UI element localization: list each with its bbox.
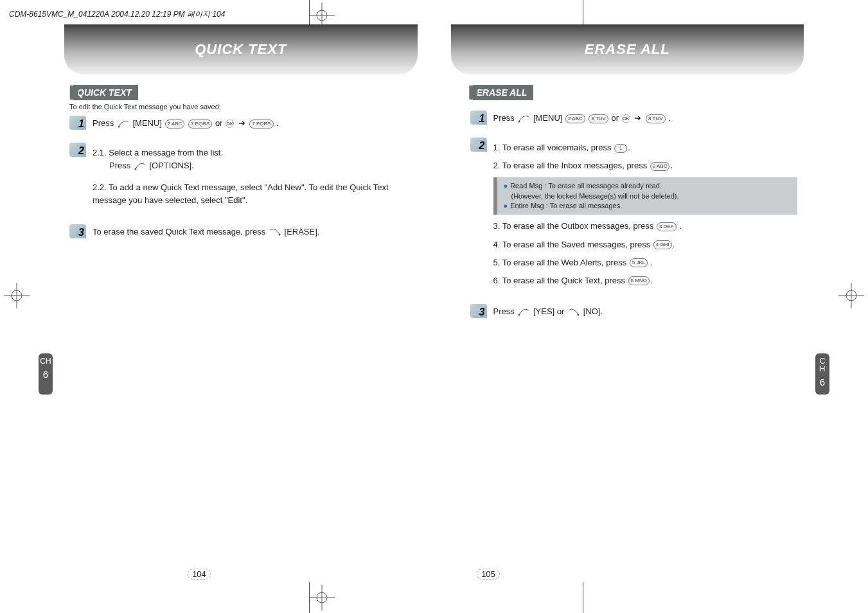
sub-heading-row: QUICK TEXT xyxy=(64,85,138,100)
step2-text: 2.1. Select a message from the list. Pre… xyxy=(93,143,409,213)
soft-key-left-icon xyxy=(517,308,530,317)
svg-point-13 xyxy=(134,168,136,170)
key-4-icon: 4 GHI xyxy=(653,240,672,249)
soft-key-left-icon xyxy=(117,120,130,129)
step-number-icon: 1 xyxy=(470,111,490,126)
key-5-icon: 5 JKL xyxy=(630,258,648,267)
note-box: ●Read Msg : To erase all messages alread… xyxy=(493,177,798,215)
key-7-icon: 7 PQRS xyxy=(249,120,273,129)
intro-text: To edit the Quick Text message you have … xyxy=(69,103,221,111)
soft-key-right-icon xyxy=(567,308,580,317)
step2-text: 1. To erase all voicemails, press 1. 2. … xyxy=(493,138,798,292)
ok-key-icon: OK xyxy=(622,114,630,123)
key-2-icon: 2 ABC xyxy=(650,162,670,171)
step1-text: Press [MENU] 2 ABC 7 PQRS or OK ➔ 7 PQRS… xyxy=(93,116,409,131)
chapter-tab: CH 6 xyxy=(815,353,829,395)
svg-point-16 xyxy=(518,314,520,315)
banner-left: QUICK TEXT xyxy=(64,24,418,75)
step-number-icon: 3 xyxy=(69,224,89,240)
banner-title: QUICK TEXT xyxy=(195,41,287,58)
half-circle-icon xyxy=(464,85,478,100)
soft-key-left-icon xyxy=(134,162,146,171)
soft-key-left-icon xyxy=(517,114,530,123)
key-1-icon: 1 xyxy=(614,144,627,153)
step3-text: Press [YES] or [NO]. xyxy=(493,304,798,319)
step-number-icon: 2 xyxy=(69,143,89,158)
soft-key-right-icon xyxy=(269,227,281,236)
key-7-icon: 7 PQRS xyxy=(188,120,212,129)
key-8-icon: 8 TUV xyxy=(589,114,608,123)
page-right: ERASE ALL ERASE ALL 1 Press [MENU] 2 ABC… xyxy=(434,0,869,613)
svg-point-15 xyxy=(518,120,520,122)
key-8-icon: 8 TUV xyxy=(646,114,666,123)
key-6-icon: 6 MNO xyxy=(628,276,650,285)
arrow-right-icon: ➔ xyxy=(634,113,641,123)
svg-point-12 xyxy=(118,125,120,127)
key-2-icon: 2 ABC xyxy=(565,114,585,123)
step3-text: To erase the saved Quick Text message, p… xyxy=(93,224,409,240)
step-number-icon: 2 xyxy=(470,138,490,153)
svg-point-17 xyxy=(578,314,580,315)
page-number: 105 xyxy=(475,569,501,580)
half-circle-icon xyxy=(64,85,78,100)
banner-title: ERASE ALL xyxy=(585,41,670,58)
step-number-icon: 3 xyxy=(470,304,490,319)
sub-heading: ERASE ALL xyxy=(473,85,534,100)
sub-heading-row: ERASE ALL xyxy=(464,85,534,100)
chapter-tab: CH 6 xyxy=(39,353,53,395)
page-left: QUICK TEXT QUICK TEXT To edit the Quick … xyxy=(0,0,434,613)
step-number-icon: 1 xyxy=(69,116,89,131)
arrow-right-icon: ➔ xyxy=(238,118,245,128)
step1-text: Press [MENU] 2 ABC 8 TUV or OK ➔ 8 TUV . xyxy=(493,111,798,126)
banner-right: ERASE ALL xyxy=(451,24,804,75)
ok-key-icon: OK xyxy=(226,120,234,128)
key-3-icon: 3 DEF xyxy=(657,222,677,231)
key-2-icon: 2 ABC xyxy=(165,120,185,129)
svg-point-14 xyxy=(278,234,280,236)
sub-heading: QUICK TEXT xyxy=(73,85,138,100)
page-number: 104 xyxy=(186,569,212,580)
